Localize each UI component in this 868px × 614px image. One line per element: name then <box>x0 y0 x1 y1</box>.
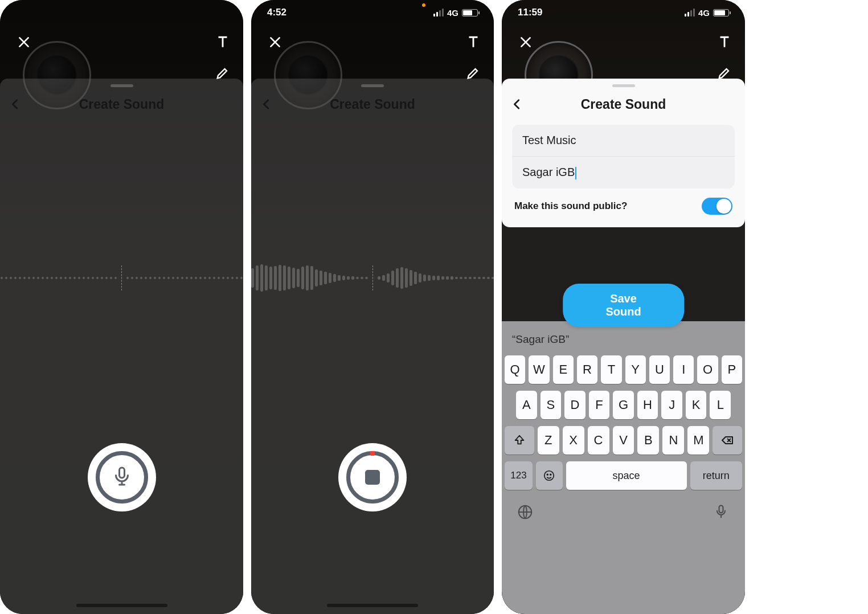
signal-icon <box>685 9 695 17</box>
key-x[interactable]: X <box>563 426 584 455</box>
status-time: 11:59 <box>518 7 542 18</box>
record-button[interactable] <box>88 443 156 511</box>
public-toggle-label: Make this sound public? <box>514 200 627 212</box>
key-r[interactable]: R <box>577 355 597 384</box>
key-d[interactable]: D <box>564 391 586 419</box>
home-indicator[interactable] <box>327 604 418 607</box>
text-tool-icon[interactable] <box>212 32 233 52</box>
author-name-input[interactable]: Sagar iGB <box>512 157 735 189</box>
dictation-mic-icon[interactable] <box>713 504 730 521</box>
back-button[interactable] <box>511 96 523 114</box>
sheet-title: Create Sound <box>330 97 415 112</box>
key-n[interactable]: N <box>662 426 684 455</box>
key-u[interactable]: U <box>649 355 670 384</box>
key-b[interactable]: B <box>637 426 659 455</box>
numbers-key[interactable]: 123 <box>505 461 533 490</box>
close-icon[interactable] <box>14 32 34 52</box>
sheet-grabber[interactable] <box>612 84 635 87</box>
key-k[interactable]: K <box>686 391 707 419</box>
status-bar: 4:52 4G <box>251 0 494 25</box>
autocorrect-suggestion[interactable]: “Sagar iGB” <box>512 333 586 346</box>
draw-tool-icon[interactable] <box>463 63 484 83</box>
key-h[interactable]: H <box>637 391 658 419</box>
recording-progress-tick <box>370 451 375 456</box>
key-j[interactable]: J <box>661 391 682 419</box>
waveform-empty <box>0 261 243 295</box>
save-sound-button[interactable]: Save Sound <box>563 284 685 327</box>
key-s[interactable]: S <box>541 391 562 419</box>
key-q[interactable]: Q <box>505 355 525 384</box>
create-sound-sheet: Create Sound Test Music Sagar iGB Make t… <box>502 79 745 227</box>
svg-point-9 <box>544 471 554 481</box>
key-t[interactable]: T <box>601 355 621 384</box>
text-tool-icon[interactable] <box>463 32 484 52</box>
waveform-recorded <box>251 261 494 295</box>
key-m[interactable]: M <box>687 426 709 455</box>
network-label: 4G <box>698 8 710 18</box>
sheet-title: Create Sound <box>581 97 666 112</box>
sound-details-card: Test Music Sagar iGB <box>512 125 735 189</box>
stop-button[interactable] <box>338 443 407 511</box>
shift-key[interactable] <box>505 426 534 455</box>
key-e[interactable]: E <box>553 355 574 384</box>
emoji-key[interactable] <box>536 461 563 490</box>
draw-tool-icon[interactable] <box>212 63 233 83</box>
globe-icon[interactable] <box>517 504 534 521</box>
keyboard: “Sagar iGB” QWERTYUIOP ASDFGHJKL ZXCVBNM… <box>502 321 745 614</box>
close-icon[interactable] <box>515 32 536 52</box>
create-sound-sheet: Create Sound <box>0 79 243 614</box>
back-button[interactable] <box>9 96 22 114</box>
status-time: 4:52 <box>267 7 286 18</box>
back-button[interactable] <box>260 96 273 114</box>
author-name-value: Sagar iGB <box>522 166 575 178</box>
key-c[interactable]: C <box>588 426 609 455</box>
text-cursor <box>575 167 576 179</box>
key-a[interactable]: A <box>516 391 537 419</box>
key-w[interactable]: W <box>529 355 549 384</box>
key-g[interactable]: G <box>613 391 634 419</box>
status-bar: 11:59 4G <box>502 0 745 25</box>
key-y[interactable]: Y <box>625 355 646 384</box>
key-f[interactable]: F <box>589 391 610 419</box>
microphone-icon <box>112 466 132 489</box>
sheet-grabber[interactable] <box>110 84 133 87</box>
sound-name-value: Test Music <box>522 134 576 146</box>
space-key[interactable]: space <box>566 461 687 490</box>
sheet-grabber[interactable] <box>361 84 384 87</box>
svg-point-10 <box>547 474 548 475</box>
network-label: 4G <box>447 8 458 18</box>
svg-point-11 <box>550 474 551 475</box>
home-indicator[interactable] <box>76 604 167 607</box>
recording-indicator-dot <box>422 3 425 7</box>
text-tool-icon[interactable] <box>714 32 735 52</box>
sound-name-input[interactable]: Test Music <box>512 125 735 157</box>
battery-icon <box>713 9 729 17</box>
key-v[interactable]: V <box>613 426 634 455</box>
delete-key[interactable] <box>713 426 742 455</box>
svg-rect-2 <box>119 468 124 478</box>
key-p[interactable]: P <box>722 355 742 384</box>
key-l[interactable]: L <box>710 391 731 419</box>
signal-icon <box>433 9 444 17</box>
svg-rect-13 <box>719 506 723 513</box>
return-key[interactable]: return <box>690 461 742 490</box>
key-z[interactable]: Z <box>538 426 559 455</box>
close-icon[interactable] <box>265 32 285 52</box>
key-i[interactable]: I <box>673 355 694 384</box>
public-toggle[interactable] <box>702 198 732 215</box>
battery-icon <box>462 9 478 17</box>
sheet-title: Create Sound <box>79 97 165 112</box>
key-o[interactable]: O <box>697 355 718 384</box>
autocorrect-bar: “Sagar iGB” <box>502 326 745 353</box>
stop-icon <box>365 470 380 485</box>
create-sound-sheet: Create Sound <box>251 79 494 614</box>
